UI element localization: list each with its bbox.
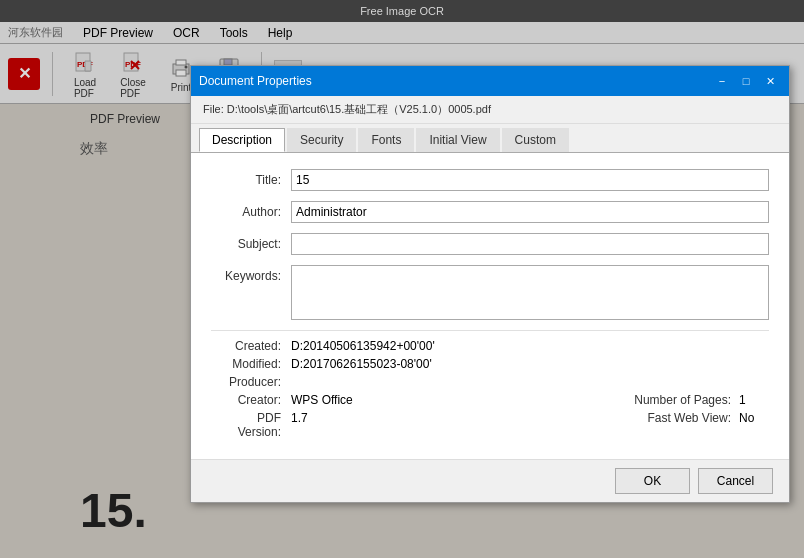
dialog-title: Document Properties xyxy=(199,74,312,88)
fast-web-label: Fast Web View: xyxy=(647,411,731,439)
tab-fonts[interactable]: Fonts xyxy=(358,128,414,152)
dialog-file-path: File: D:\tools\桌面\artcut6\15.基础工程（V25.1.… xyxy=(191,96,789,124)
fast-web-value: No xyxy=(739,411,769,439)
modified-row: Modified: D:20170626155023-08'00' xyxy=(211,357,769,371)
tab-description[interactable]: Description xyxy=(199,128,285,152)
file-path-value: D:\tools\桌面\artcut6\15.基础工程（V25.1.0）0005… xyxy=(227,103,491,115)
fast-web-col: Fast Web View: No xyxy=(490,411,769,439)
file-label: File: xyxy=(203,103,224,115)
dialog-body: Title: Author: Subject: Keywords: Create… xyxy=(191,153,789,459)
created-label: Created: xyxy=(211,339,291,353)
modified-label: Modified: xyxy=(211,357,291,371)
tab-custom[interactable]: Custom xyxy=(502,128,569,152)
pdf-version-value: 1.7 xyxy=(291,411,490,439)
num-pages-col: Number of Pages: 1 xyxy=(490,393,769,407)
dialog-maximize-button[interactable]: □ xyxy=(735,72,757,90)
dialog-close-button[interactable]: ✕ xyxy=(759,72,781,90)
keywords-row: Keywords: xyxy=(211,265,769,320)
creator-label: Creator: xyxy=(211,393,291,407)
num-pages-value: 1 xyxy=(739,393,769,407)
tab-security[interactable]: Security xyxy=(287,128,356,152)
modified-value: D:20170626155023-08'00' xyxy=(291,357,769,371)
keywords-label: Keywords: xyxy=(211,265,291,283)
creator-value: WPS Office xyxy=(291,393,490,407)
keywords-textarea[interactable] xyxy=(291,265,769,320)
producer-value xyxy=(291,375,769,389)
author-row: Author: xyxy=(211,201,769,223)
info-section: Created: D:20140506135942+00'00' Modifie… xyxy=(211,330,769,439)
title-input[interactable] xyxy=(291,169,769,191)
subject-label: Subject: xyxy=(211,233,291,251)
cancel-button[interactable]: Cancel xyxy=(698,468,773,494)
author-input[interactable] xyxy=(291,201,769,223)
dialog-footer: OK Cancel xyxy=(191,459,789,502)
pdfversion-fastweb-row: PDF Version: 1.7 Fast Web View: No xyxy=(211,411,769,439)
document-properties-dialog: Document Properties − □ ✕ File: D:\tools… xyxy=(190,65,790,503)
dialog-window-controls: − □ ✕ xyxy=(711,72,781,90)
title-row: Title: xyxy=(211,169,769,191)
dialog-minimize-button[interactable]: − xyxy=(711,72,733,90)
dialog-tabs: Description Security Fonts Initial View … xyxy=(191,124,789,153)
author-label: Author: xyxy=(211,201,291,219)
creator-col: Creator: WPS Office xyxy=(211,393,490,407)
created-row: Created: D:20140506135942+00'00' xyxy=(211,339,769,353)
ok-button[interactable]: OK xyxy=(615,468,690,494)
num-pages-label: Number of Pages: xyxy=(634,393,731,407)
dialog-titlebar: Document Properties − □ ✕ xyxy=(191,66,789,96)
subject-row: Subject: xyxy=(211,233,769,255)
pdf-version-label: PDF Version: xyxy=(211,411,291,439)
producer-label: Producer: xyxy=(211,375,291,389)
created-value: D:20140506135942+00'00' xyxy=(291,339,769,353)
producer-row: Producer: xyxy=(211,375,769,389)
creator-pages-row: Creator: WPS Office Number of Pages: 1 xyxy=(211,393,769,407)
title-label: Title: xyxy=(211,169,291,187)
subject-input[interactable] xyxy=(291,233,769,255)
pdf-version-col: PDF Version: 1.7 xyxy=(211,411,490,439)
tab-initial-view[interactable]: Initial View xyxy=(416,128,499,152)
